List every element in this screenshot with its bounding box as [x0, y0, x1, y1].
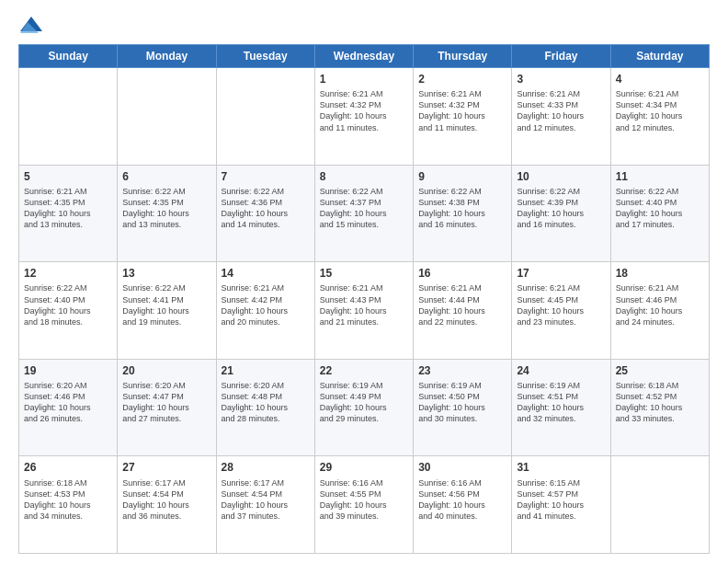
day-info: Sunrise: 6:20 AM Sunset: 4:48 PM Dayligh… — [222, 380, 310, 425]
calendar-day-10: 10Sunrise: 6:22 AM Sunset: 4:39 PM Dayli… — [512, 165, 610, 262]
weekday-header-thursday: Thursday — [414, 45, 512, 68]
calendar-day-28: 28Sunrise: 6:17 AM Sunset: 4:54 PM Dayli… — [216, 456, 314, 554]
calendar-day-18: 18Sunrise: 6:21 AM Sunset: 4:46 PM Dayli… — [610, 262, 709, 360]
calendar-day-16: 16Sunrise: 6:21 AM Sunset: 4:44 PM Dayli… — [414, 262, 512, 360]
calendar-day-15: 15Sunrise: 6:21 AM Sunset: 4:43 PM Dayli… — [314, 262, 413, 360]
weekday-header-sunday: Sunday — [19, 45, 118, 68]
day-info: Sunrise: 6:17 AM Sunset: 4:54 PM Dayligh… — [122, 477, 210, 523]
day-info: Sunrise: 6:22 AM Sunset: 4:41 PM Dayligh… — [122, 282, 210, 327]
day-number: 4 — [616, 72, 704, 86]
calendar-day-9: 9Sunrise: 6:22 AM Sunset: 4:38 PM Daylig… — [414, 165, 512, 262]
day-info: Sunrise: 6:22 AM Sunset: 4:40 PM Dayligh… — [24, 282, 112, 327]
calendar-week-4: 19Sunrise: 6:20 AM Sunset: 4:46 PM Dayli… — [19, 359, 710, 456]
calendar-day-12: 12Sunrise: 6:22 AM Sunset: 4:40 PM Dayli… — [19, 262, 118, 360]
page: SundayMondayTuesdayWednesdayThursdayFrid… — [0, 0, 728, 563]
day-number: 28 — [222, 460, 310, 475]
day-number: 20 — [122, 363, 210, 378]
calendar-day-5: 5Sunrise: 6:21 AM Sunset: 4:35 PM Daylig… — [19, 165, 118, 262]
calendar-day-30: 30Sunrise: 6:16 AM Sunset: 4:56 PM Dayli… — [414, 456, 512, 554]
day-number: 14 — [222, 266, 310, 281]
day-info: Sunrise: 6:21 AM Sunset: 4:32 PM Dayligh… — [418, 88, 506, 133]
calendar-empty-cell — [118, 68, 216, 166]
header — [18, 15, 710, 35]
calendar-day-3: 3Sunrise: 6:21 AM Sunset: 4:33 PM Daylig… — [512, 68, 610, 166]
day-info: Sunrise: 6:22 AM Sunset: 4:39 PM Dayligh… — [517, 186, 605, 231]
day-info: Sunrise: 6:20 AM Sunset: 4:46 PM Dayligh… — [24, 380, 112, 425]
day-info: Sunrise: 6:22 AM Sunset: 4:36 PM Dayligh… — [222, 186, 310, 231]
day-number: 25 — [616, 363, 704, 378]
calendar-empty-cell — [216, 68, 314, 166]
day-number: 23 — [418, 363, 506, 378]
calendar-day-11: 11Sunrise: 6:22 AM Sunset: 4:40 PM Dayli… — [610, 165, 709, 262]
day-info: Sunrise: 6:22 AM Sunset: 4:38 PM Dayligh… — [418, 186, 506, 231]
weekday-header-tuesday: Tuesday — [216, 45, 314, 68]
weekday-header-friday: Friday — [512, 45, 610, 68]
day-info: Sunrise: 6:22 AM Sunset: 4:35 PM Dayligh… — [122, 186, 210, 231]
day-number: 21 — [222, 363, 310, 378]
day-number: 30 — [418, 460, 506, 475]
day-number: 12 — [24, 266, 112, 281]
day-number: 22 — [320, 363, 408, 378]
day-number: 15 — [320, 266, 408, 281]
day-info: Sunrise: 6:16 AM Sunset: 4:56 PM Dayligh… — [418, 477, 506, 523]
calendar-day-13: 13Sunrise: 6:22 AM Sunset: 4:41 PM Dayli… — [118, 262, 216, 360]
calendar-day-25: 25Sunrise: 6:18 AM Sunset: 4:52 PM Dayli… — [610, 359, 709, 456]
calendar-day-31: 31Sunrise: 6:15 AM Sunset: 4:57 PM Dayli… — [512, 456, 610, 554]
calendar-day-7: 7Sunrise: 6:22 AM Sunset: 4:36 PM Daylig… — [216, 165, 314, 262]
calendar-day-23: 23Sunrise: 6:19 AM Sunset: 4:50 PM Dayli… — [414, 359, 512, 456]
day-number: 7 — [222, 169, 310, 184]
calendar-day-8: 8Sunrise: 6:22 AM Sunset: 4:37 PM Daylig… — [314, 165, 413, 262]
calendar-day-21: 21Sunrise: 6:20 AM Sunset: 4:48 PM Dayli… — [216, 359, 314, 456]
calendar-day-17: 17Sunrise: 6:21 AM Sunset: 4:45 PM Dayli… — [512, 262, 610, 360]
day-info: Sunrise: 6:18 AM Sunset: 4:53 PM Dayligh… — [24, 477, 112, 523]
day-number: 2 — [418, 72, 506, 86]
day-number: 29 — [320, 460, 408, 475]
day-info: Sunrise: 6:19 AM Sunset: 4:49 PM Dayligh… — [320, 380, 408, 425]
day-info: Sunrise: 6:21 AM Sunset: 4:32 PM Dayligh… — [320, 88, 408, 133]
day-info: Sunrise: 6:22 AM Sunset: 4:40 PM Dayligh… — [616, 186, 704, 231]
day-number: 1 — [320, 72, 408, 86]
calendar-day-26: 26Sunrise: 6:18 AM Sunset: 4:53 PM Dayli… — [19, 456, 118, 554]
logo-icon — [18, 15, 44, 35]
logo-text — [18, 15, 46, 35]
weekday-header-row: SundayMondayTuesdayWednesdayThursdayFrid… — [19, 45, 710, 68]
day-info: Sunrise: 6:21 AM Sunset: 4:46 PM Dayligh… — [616, 282, 704, 327]
day-number: 10 — [517, 169, 605, 184]
day-info: Sunrise: 6:19 AM Sunset: 4:50 PM Dayligh… — [418, 380, 506, 425]
day-info: Sunrise: 6:18 AM Sunset: 4:52 PM Dayligh… — [616, 380, 704, 425]
day-info: Sunrise: 6:21 AM Sunset: 4:34 PM Dayligh… — [616, 88, 704, 133]
day-info: Sunrise: 6:21 AM Sunset: 4:42 PM Dayligh… — [222, 282, 310, 327]
weekday-header-saturday: Saturday — [610, 45, 709, 68]
day-info: Sunrise: 6:20 AM Sunset: 4:47 PM Dayligh… — [122, 380, 210, 425]
day-number: 19 — [24, 363, 112, 378]
day-number: 31 — [517, 460, 605, 475]
day-number: 18 — [616, 266, 704, 281]
day-number: 11 — [616, 169, 704, 184]
day-number: 5 — [24, 169, 112, 184]
day-number: 26 — [24, 460, 112, 475]
calendar-week-1: 1Sunrise: 6:21 AM Sunset: 4:32 PM Daylig… — [19, 68, 710, 166]
logo — [18, 15, 46, 35]
day-number: 9 — [418, 169, 506, 184]
calendar-week-3: 12Sunrise: 6:22 AM Sunset: 4:40 PM Dayli… — [19, 262, 710, 360]
weekday-header-monday: Monday — [118, 45, 216, 68]
day-info: Sunrise: 6:19 AM Sunset: 4:51 PM Dayligh… — [517, 380, 605, 425]
day-info: Sunrise: 6:16 AM Sunset: 4:55 PM Dayligh… — [320, 477, 408, 523]
calendar-week-2: 5Sunrise: 6:21 AM Sunset: 4:35 PM Daylig… — [19, 165, 710, 262]
day-number: 16 — [418, 266, 506, 281]
calendar-day-22: 22Sunrise: 6:19 AM Sunset: 4:49 PM Dayli… — [314, 359, 413, 456]
calendar-week-5: 26Sunrise: 6:18 AM Sunset: 4:53 PM Dayli… — [19, 456, 710, 554]
day-info: Sunrise: 6:22 AM Sunset: 4:37 PM Dayligh… — [320, 186, 408, 231]
day-info: Sunrise: 6:15 AM Sunset: 4:57 PM Dayligh… — [517, 477, 605, 523]
day-number: 6 — [122, 169, 210, 184]
calendar-empty-cell — [19, 68, 118, 166]
calendar-day-6: 6Sunrise: 6:22 AM Sunset: 4:35 PM Daylig… — [118, 165, 216, 262]
day-info: Sunrise: 6:17 AM Sunset: 4:54 PM Dayligh… — [222, 477, 310, 523]
day-number: 24 — [517, 363, 605, 378]
day-number: 13 — [122, 266, 210, 281]
calendar-day-1: 1Sunrise: 6:21 AM Sunset: 4:32 PM Daylig… — [314, 68, 413, 166]
day-info: Sunrise: 6:21 AM Sunset: 4:45 PM Dayligh… — [517, 282, 605, 327]
day-info: Sunrise: 6:21 AM Sunset: 4:43 PM Dayligh… — [320, 282, 408, 327]
day-info: Sunrise: 6:21 AM Sunset: 4:33 PM Dayligh… — [517, 88, 605, 133]
calendar-day-27: 27Sunrise: 6:17 AM Sunset: 4:54 PM Dayli… — [118, 456, 216, 554]
